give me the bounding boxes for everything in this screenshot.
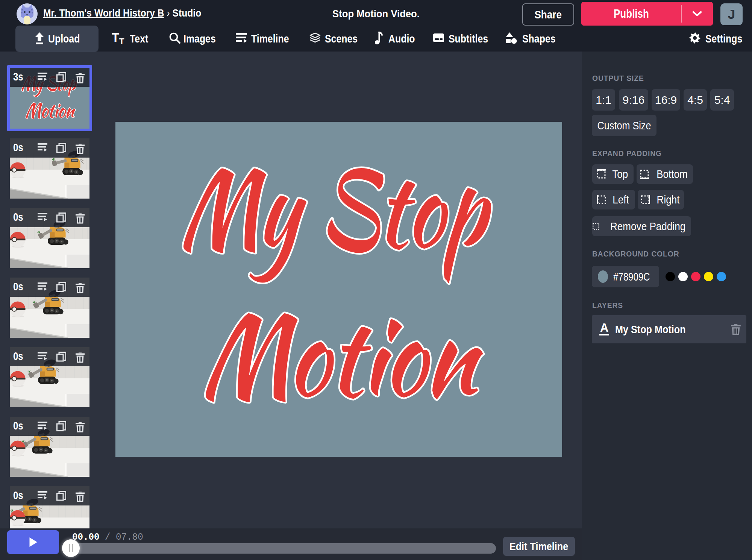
svg-text:T: T (112, 32, 119, 44)
svg-text:T: T (119, 36, 124, 44)
